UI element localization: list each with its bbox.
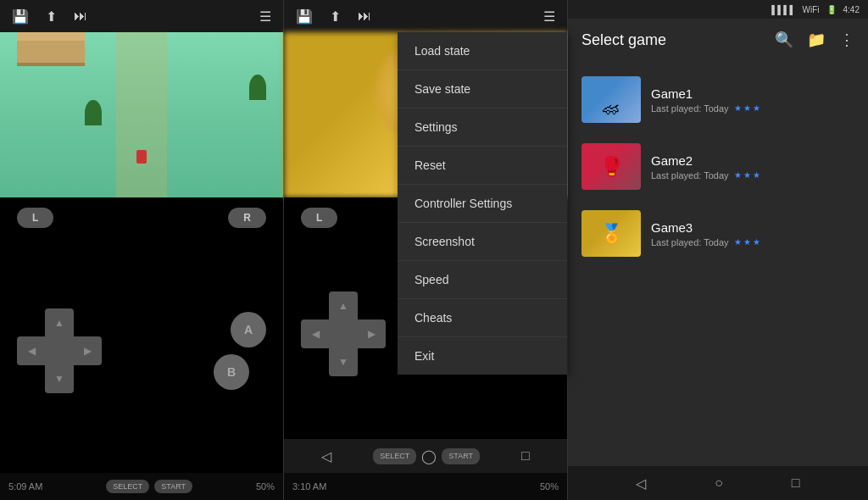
select-button-1[interactable]: SELECT	[106, 480, 149, 493]
menu-icon[interactable]: ☰	[259, 8, 271, 25]
star-1-1: ★	[734, 103, 742, 113]
save-icon[interactable]: 💾	[12, 8, 29, 25]
stars-1: ★ ★ ★	[734, 103, 760, 113]
time-display-2: 3:10 AM	[292, 481, 326, 492]
left-arrow-icon-2: ◀	[312, 328, 320, 340]
menu-item-exit[interactable]: Exit	[398, 337, 567, 375]
game-item-3[interactable]: Game3 Last played: Today ★ ★ ★	[575, 202, 861, 265]
down-arrow-icon: ▼	[54, 373, 64, 385]
game-info-3: Game3 Last played: Today ★ ★ ★	[651, 220, 854, 247]
percent-display-1: 50%	[256, 481, 275, 492]
menu-item-load-state[interactable]: Load state	[398, 32, 567, 70]
left-arrow-icon: ◀	[28, 345, 36, 357]
panel3-header: Select game 🔍 📁 ⋮	[568, 19, 868, 61]
dpad-right[interactable]: ▶	[73, 336, 102, 365]
panel-game-running: 💾 ⬆ ⏭ ☰ L R ▲ ◀ ▶ ▼	[0, 0, 284, 500]
save-icon-2[interactable]: 💾	[296, 8, 313, 25]
star-3-1: ★	[734, 237, 742, 247]
menu-item-cheats[interactable]: Cheats	[398, 299, 567, 337]
top-bar-left-icons-2: 💾 ⬆ ⏭	[296, 8, 371, 25]
nav-bar-3: ◁ ○ □	[568, 466, 868, 500]
dpad-1[interactable]: ▲ ◀ ▶ ▼	[17, 308, 102, 393]
clock-display: 4:42	[843, 5, 860, 14]
stars-2: ★ ★ ★	[734, 170, 760, 180]
game-meta-3: Last played: Today ★ ★ ★	[651, 237, 854, 247]
menu-item-settings[interactable]: Settings	[398, 108, 567, 147]
right-arrow-icon-2: ▶	[368, 328, 376, 340]
start-button-2[interactable]: START	[442, 448, 480, 464]
panel3-header-icons: 🔍 📁 ⋮	[775, 31, 854, 49]
more-icon[interactable]: ⋮	[839, 31, 854, 49]
status-bar-3: ▌▌▌▌ WiFi 🔋 4:42	[568, 0, 868, 19]
b-button[interactable]: B	[214, 354, 249, 390]
dpad-2[interactable]: ▲ ◀ ▶ ▼	[301, 292, 386, 376]
select-start-2: SELECT ◯ START	[373, 448, 480, 464]
l-button-2[interactable]: L	[301, 208, 337, 228]
bottom-bar-1: 5:09 AM SELECT START 50%	[0, 473, 283, 500]
menu-item-screenshot[interactable]: Screenshot	[398, 223, 567, 261]
start-button-1[interactable]: START	[154, 480, 192, 493]
dpad-center	[45, 336, 74, 365]
dpad-up-2[interactable]: ▲	[329, 292, 358, 320]
dpad-down-2[interactable]: ▼	[329, 347, 358, 376]
percent-display-2: 50%	[540, 481, 559, 492]
square-icon-3[interactable]: □	[792, 475, 800, 491]
star-2-1: ★	[734, 170, 742, 180]
dpad-up[interactable]: ▲	[45, 308, 74, 337]
l-button[interactable]: L	[17, 208, 53, 228]
search-icon[interactable]: 🔍	[775, 31, 793, 49]
game-item-2[interactable]: Game2 Last played: Today ★ ★ ★	[575, 135, 861, 198]
panel-game-menu: 💾 ⬆ ⏭ ☰ Load state Save state Settings R…	[284, 0, 568, 500]
path	[116, 32, 167, 197]
game-name-2: Game2	[651, 153, 854, 168]
game-info-2: Game2 Last played: Today ★ ★ ★	[651, 153, 854, 181]
dpad-left-2[interactable]: ◀	[301, 319, 330, 348]
game-info-1: Game1 Last played: Today ★ ★ ★	[651, 86, 854, 114]
last-played-3: Last played: Today	[651, 237, 729, 247]
up-arrow-icon: ▲	[54, 317, 64, 329]
home-circle-icon[interactable]: ◯	[421, 448, 437, 464]
nav-bar-2: ◁ SELECT ◯ START □	[284, 439, 567, 473]
last-played-2: Last played: Today	[651, 170, 729, 181]
home-icon-3[interactable]: ○	[715, 475, 723, 491]
tree-2	[85, 100, 102, 125]
dpad-center-2	[329, 319, 358, 348]
panel-select-game: ▌▌▌▌ WiFi 🔋 4:42 Select game 🔍 📁 ⋮ Game1…	[568, 0, 868, 500]
select-button-2[interactable]: SELECT	[373, 448, 416, 464]
game-meta-1: Last played: Today ★ ★ ★	[651, 103, 854, 114]
menu-item-speed[interactable]: Speed	[398, 261, 567, 299]
menu-item-reset[interactable]: Reset	[398, 147, 567, 185]
back-icon[interactable]: ◁	[321, 448, 331, 464]
last-played-1: Last played: Today	[651, 103, 729, 114]
menu-item-save-state[interactable]: Save state	[398, 70, 567, 108]
dpad-right-2[interactable]: ▶	[357, 319, 386, 348]
square-icon[interactable]: □	[521, 448, 530, 464]
fast-forward-icon[interactable]: ⏭	[74, 8, 87, 24]
star-1-3: ★	[753, 103, 760, 113]
dropdown-menu: Load state Save state Settings Reset Con…	[398, 32, 567, 375]
building	[17, 32, 85, 66]
folder-icon[interactable]: 📁	[807, 31, 826, 49]
bottom-bar-2: 3:10 AM 50%	[284, 473, 567, 500]
dpad-ab-1: ▲ ◀ ▶ ▼ A B	[0, 228, 283, 473]
menu-icon-2[interactable]: ☰	[543, 8, 555, 25]
top-bar-2: 💾 ⬆ ⏭ ☰	[284, 0, 567, 32]
character-sprite	[136, 150, 147, 164]
controls-area-1: L R ▲ ◀ ▶ ▼ A B	[0, 197, 283, 473]
dpad-down[interactable]: ▼	[45, 364, 74, 393]
signal-strength: ▌▌▌▌	[771, 5, 795, 14]
select-start-1: SELECT START	[106, 480, 192, 493]
upload-icon[interactable]: ⬆	[46, 8, 57, 25]
game-name-3: Game3	[651, 220, 854, 235]
star-3-3: ★	[753, 237, 760, 247]
dpad-left[interactable]: ◀	[17, 336, 46, 365]
upload-icon-2[interactable]: ⬆	[330, 8, 341, 25]
game-item-1[interactable]: Game1 Last played: Today ★ ★ ★	[575, 68, 861, 131]
menu-item-controller-settings[interactable]: Controller Settings	[398, 185, 567, 223]
r-button[interactable]: R	[228, 208, 266, 228]
a-button[interactable]: A	[231, 312, 266, 347]
game-list: Game1 Last played: Today ★ ★ ★ Game2	[568, 61, 868, 466]
back-icon-3[interactable]: ◁	[636, 475, 646, 492]
time-display-1: 5:09 AM	[8, 481, 42, 492]
fast-forward-icon-2[interactable]: ⏭	[358, 8, 371, 24]
